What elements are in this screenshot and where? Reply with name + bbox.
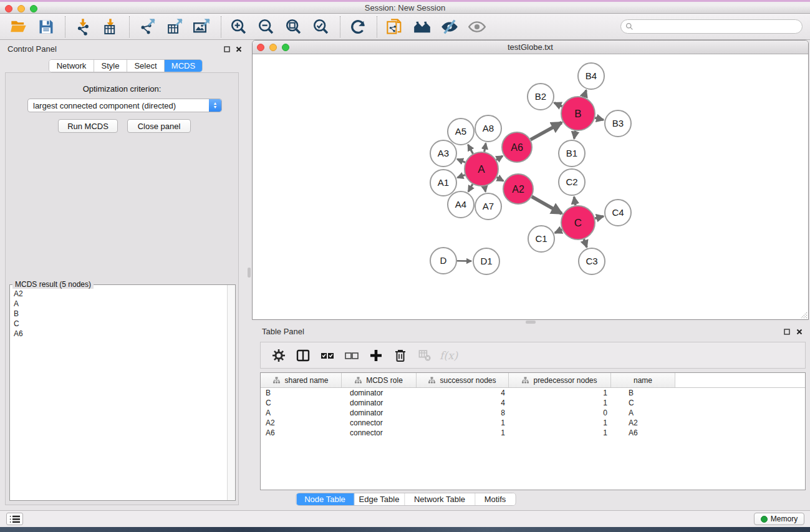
result-item[interactable]: B (10, 309, 227, 319)
cell[interactable]: A6 (611, 428, 675, 438)
column-header-successor-nodes[interactable]: successor nodes (417, 373, 509, 387)
tab-network-table[interactable]: Network Table (405, 493, 475, 505)
graph-edge-A-A6[interactable] (496, 156, 503, 160)
deselect-all-checkboxes-button[interactable] (342, 346, 361, 365)
cell[interactable]: 1 (509, 398, 611, 408)
control-panel-close-button[interactable] (235, 46, 243, 53)
tab-style[interactable]: Style (94, 60, 127, 72)
graph-edge-A-A7[interactable] (485, 186, 486, 192)
tab-mcds[interactable]: MCDS (165, 60, 202, 72)
table-row[interactable]: A2connector11A2 (261, 418, 805, 428)
cell[interactable]: dominator (342, 398, 417, 408)
zoom-fit-button[interactable] (282, 16, 305, 37)
table-panel-float-button[interactable] (783, 328, 791, 336)
tab-network[interactable]: Network (49, 60, 94, 72)
select-all-checkboxes-button[interactable] (318, 346, 337, 365)
mcds-result-list[interactable]: A2ABCA6 (10, 289, 227, 500)
result-scrollbar[interactable] (227, 285, 235, 500)
column-header-shared-name[interactable]: shared name (261, 373, 342, 387)
cell[interactable]: A (611, 408, 675, 418)
cell[interactable]: connector (342, 428, 417, 438)
network-window-titlebar[interactable]: testGlobe.txt (253, 41, 808, 54)
graph-edge-A-A8[interactable] (485, 143, 486, 152)
table-row[interactable]: A6connector11A6 (261, 428, 805, 438)
column-header-predecessor-nodes[interactable]: predecessor nodes (509, 373, 611, 387)
vertical-splitter-handle[interactable] (248, 268, 251, 278)
show-eye-button[interactable] (466, 16, 488, 37)
cell[interactable]: A6 (261, 428, 342, 438)
refresh-button[interactable] (347, 16, 369, 37)
cell[interactable]: 1 (509, 388, 611, 398)
control-panel-float-button[interactable] (223, 46, 231, 53)
hide-eye-button[interactable] (438, 16, 461, 37)
network-canvas[interactable]: B4B2BB3A8A5A6A3B1AC2A1A2A4A7C4CC1DD1C3 (253, 54, 808, 319)
add-column-button[interactable] (367, 346, 385, 365)
import-table-button[interactable] (99, 16, 122, 37)
cell[interactable]: A2 (611, 418, 675, 428)
horizontal-splitter-handle[interactable] (526, 321, 536, 324)
graph-edge-A-A4[interactable] (468, 184, 473, 191)
memory-button[interactable]: Memory (754, 513, 804, 525)
zoom-out-button[interactable] (255, 16, 277, 37)
export-network-button[interactable] (136, 16, 158, 37)
column-header-name[interactable]: name (611, 373, 675, 387)
table-row[interactable]: Cdominator41C (261, 398, 805, 408)
home-button[interactable] (411, 16, 433, 37)
tab-node-table[interactable]: Node Table (296, 493, 354, 505)
graph-edge-B-B3[interactable] (595, 118, 604, 120)
graph-edge-C-C1[interactable] (555, 230, 562, 233)
graph-edge-C-C4[interactable] (595, 216, 604, 218)
cell[interactable]: B (611, 388, 675, 398)
result-item[interactable]: A2 (10, 289, 227, 299)
table-settings-gear-button[interactable] (269, 346, 288, 365)
graph-edge-B-B4[interactable] (584, 90, 586, 97)
cell[interactable]: 4 (417, 398, 509, 408)
run-mcds-button[interactable]: Run MCDS (58, 119, 118, 133)
clone-network-button[interactable] (383, 16, 406, 37)
export-image-button[interactable] (191, 16, 213, 37)
cell[interactable]: C (261, 398, 342, 408)
table-panel-close-button[interactable] (796, 328, 803, 336)
open-file-button[interactable] (7, 16, 30, 37)
close-panel-button[interactable]: Close panel (127, 119, 191, 133)
cell[interactable]: A (261, 408, 342, 418)
graph-edge-A-A2[interactable] (497, 177, 504, 181)
column-browser-button[interactable] (294, 346, 312, 365)
cell[interactable]: 1 (417, 428, 509, 438)
cell[interactable]: A2 (261, 418, 342, 428)
cell[interactable]: dominator (342, 408, 417, 418)
cell[interactable]: C (611, 398, 675, 408)
table-row[interactable]: Bdominator41B (261, 388, 805, 398)
cell[interactable]: 1 (509, 428, 611, 438)
tab-select[interactable]: Select (127, 60, 165, 72)
search-input[interactable] (634, 22, 802, 31)
cell[interactable]: 1 (417, 418, 509, 428)
table-row[interactable]: Adominator80A (261, 408, 805, 418)
import-network-button[interactable] (72, 16, 94, 37)
cell[interactable]: connector (342, 418, 417, 428)
graph-edge-A-A3[interactable] (457, 159, 465, 162)
delete-column-button[interactable] (391, 346, 410, 365)
graph-edge-C-C2[interactable] (574, 197, 576, 206)
graph-edge-C-C3[interactable] (584, 239, 587, 247)
criterion-dropdown[interactable]: largest connected component (directed) ▲… (27, 99, 222, 112)
graph-edge-B-B2[interactable] (554, 103, 562, 107)
graph-edge-A2-C[interactable] (532, 196, 562, 213)
result-item[interactable]: A (10, 299, 227, 309)
tab-motifs[interactable]: Motifs (475, 493, 515, 505)
show-panels-list-button[interactable] (6, 513, 23, 525)
graph-edge-A6-B[interactable] (531, 122, 562, 139)
cell[interactable]: 1 (509, 418, 611, 428)
zoom-selected-button[interactable] (310, 16, 332, 37)
export-table-button[interactable] (163, 16, 186, 37)
resize-grip-icon[interactable] (799, 310, 808, 319)
result-item[interactable]: A6 (10, 329, 227, 339)
zoom-in-button[interactable] (228, 16, 250, 37)
search-field[interactable] (620, 19, 803, 34)
column-header-MCDS-role[interactable]: MCDS role (342, 373, 417, 387)
save-session-button[interactable] (35, 16, 57, 37)
tab-edge-table[interactable]: Edge Table (354, 493, 405, 505)
cell[interactable]: B (261, 388, 342, 398)
graph-edge-A-A1[interactable] (458, 175, 465, 177)
graph-edge-B-B1[interactable] (574, 131, 576, 139)
